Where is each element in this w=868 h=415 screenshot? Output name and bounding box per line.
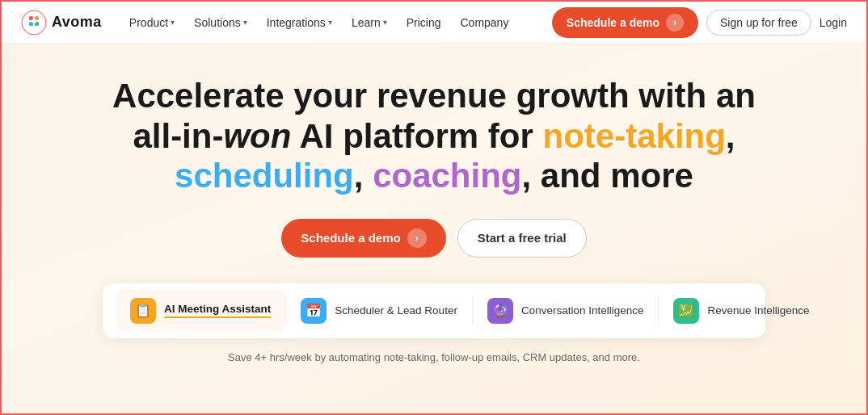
svg-rect-5 <box>32 19 36 23</box>
tab-active-indicator <box>164 316 271 318</box>
nav-signup-button[interactable]: Sign up for free <box>706 10 811 36</box>
arrow-right-icon: › <box>407 228 427 248</box>
conversation-icon: 🔮 <box>487 298 513 324</box>
tab-ai-meeting-assistant[interactable]: 📋 AI Meeting Assistant <box>116 290 285 332</box>
navbar: Avoma Product ▾ Solutions ▾ Integrations… <box>2 2 866 44</box>
hero-subtext: Save 4+ hrs/week by automating note-taki… <box>228 351 640 363</box>
nav-item-integrations[interactable]: Integrations ▾ <box>259 11 340 34</box>
nav-item-product[interactable]: Product ▾ <box>121 11 183 34</box>
hero-section: Accelerate your revenue growth with an a… <box>2 44 866 415</box>
nav-item-company[interactable]: Company <box>452 11 516 34</box>
hero-buttons: Schedule a demo › Start a free trial <box>281 219 586 258</box>
chevron-down-icon: ▾ <box>243 18 247 27</box>
revenue-icon: 💹 <box>673 298 699 324</box>
hero-free-trial-button[interactable]: Start a free trial <box>457 219 587 258</box>
nav-item-solutions[interactable]: Solutions ▾ <box>186 11 255 34</box>
chevron-down-icon: ▾ <box>171 18 175 27</box>
arrow-right-icon: › <box>666 14 684 31</box>
logo-text: Avoma <box>52 14 102 31</box>
hero-title: Accelerate your revenue growth with an a… <box>112 76 756 196</box>
hero-title-line2: all-in-won AI platform for note-taking, <box>133 117 735 155</box>
scheduler-icon: 📅 <box>301 298 327 324</box>
avoma-logo-icon <box>21 10 47 36</box>
nav-schedule-demo-button[interactable]: Schedule a demo › <box>552 7 698 38</box>
nav-item-pricing[interactable]: Pricing <box>398 11 449 34</box>
tab-scheduler-lead-router[interactable]: 📅 Scheduler & Lead Router <box>286 290 472 332</box>
chevron-down-icon: ▾ <box>383 18 387 27</box>
feature-tabs: 📋 AI Meeting Assistant 📅 Scheduler & Lea… <box>103 283 765 338</box>
ai-meeting-icon: 📋 <box>130 298 156 324</box>
nav-links: Product ▾ Solutions ▾ Integrations ▾ Lea… <box>121 11 552 34</box>
hero-schedule-demo-button[interactable]: Schedule a demo › <box>281 219 445 258</box>
nav-item-learn[interactable]: Learn ▾ <box>343 11 395 34</box>
chevron-down-icon: ▾ <box>328 18 332 27</box>
logo[interactable]: Avoma <box>21 10 102 36</box>
tab-revenue-intelligence[interactable]: 💹 Revenue Intelligence <box>659 290 824 332</box>
tab-conversation-intelligence[interactable]: 🔮 Conversation Intelligence <box>473 290 659 332</box>
nav-login-button[interactable]: Login <box>820 16 847 29</box>
nav-actions: Schedule a demo › Sign up for free Login <box>552 7 847 38</box>
